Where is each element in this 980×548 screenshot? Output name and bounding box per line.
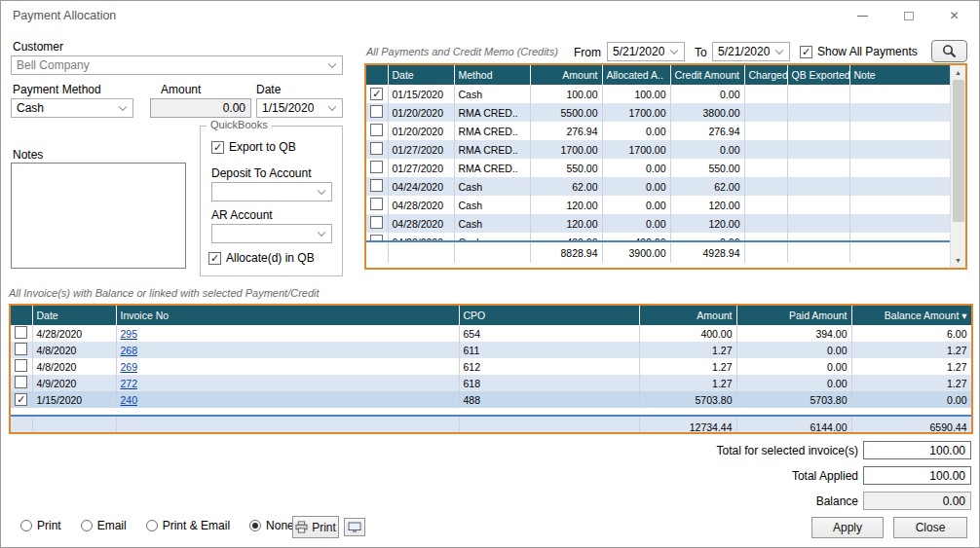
- invoice-row[interactable]: 4/9/2020 272 618 1.27 0.00 1.27: [11, 375, 971, 391]
- invoice-row-checkbox[interactable]: [15, 359, 27, 372]
- close-button[interactable]: ✕: [931, 1, 977, 30]
- invoices-column-header[interactable]: CPO: [459, 306, 639, 325]
- invoice-row[interactable]: 4/28/2020 295 654 400.00 394.00 6.00: [11, 325, 971, 342]
- payments-column-header[interactable]: Method: [454, 65, 530, 85]
- chevron-down-icon: [328, 60, 336, 68]
- ar-account-combo[interactable]: [211, 224, 332, 243]
- invoice-number-link[interactable]: 272: [121, 378, 138, 389]
- amount-field[interactable]: 0.00: [150, 98, 251, 118]
- payment-row-checkbox[interactable]: [370, 235, 383, 240]
- invoices-column-header[interactable]: [11, 306, 32, 325]
- invoice-number-link[interactable]: 240: [121, 394, 138, 406]
- payments-column-header[interactable]: Date: [388, 65, 454, 85]
- payment-row[interactable]: 04/24/2020 Cash 62.00 0.00 62.00: [366, 177, 950, 196]
- payments-header-row: DateMethodAmountAllocated A..Credit Amou…: [366, 65, 950, 85]
- payment-method-combo[interactable]: Cash: [11, 98, 133, 118]
- invoices-column-header[interactable]: Balance Amount ▾: [851, 306, 971, 325]
- payment-amount-cell: 1700.00: [530, 140, 602, 159]
- deposit-to-account-combo[interactable]: [211, 182, 332, 201]
- payments-column-header[interactable]: Note: [849, 65, 950, 85]
- radio-none[interactable]: None: [249, 519, 294, 532]
- customer-combo[interactable]: Bell Company: [11, 55, 343, 75]
- payment-note-cell: [849, 140, 950, 159]
- maximize-icon: [904, 12, 914, 20]
- from-date-combo[interactable]: 5/21/2020: [607, 42, 685, 61]
- invoice-number-link[interactable]: 295: [121, 328, 138, 340]
- minimize-button[interactable]: [840, 1, 886, 30]
- radio-circle-icon: [249, 520, 261, 531]
- payments-total-allocated: 3900.00: [602, 241, 670, 263]
- invoice-balance-cell: 1.27: [851, 358, 971, 375]
- to-label: To: [695, 46, 707, 59]
- invoice-amount-cell: 400.00: [639, 325, 736, 342]
- apply-button[interactable]: Apply: [811, 517, 884, 538]
- balance-field[interactable]: 0.00: [863, 492, 971, 510]
- payment-row-checkbox[interactable]: [370, 198, 383, 210]
- scrollbar-thumb[interactable]: [953, 80, 964, 222]
- checkbox-box: ✓: [211, 141, 224, 154]
- search-button[interactable]: [931, 40, 967, 62]
- print-options-button[interactable]: [344, 518, 365, 536]
- to-date-combo[interactable]: 5/21/2020: [712, 42, 790, 61]
- allocated-in-qb-checkbox[interactable]: ✓ Allocate(d) in QB: [208, 251, 318, 265]
- payment-row-checkbox[interactable]: [370, 142, 383, 155]
- radio-print[interactable]: Print: [20, 519, 61, 532]
- invoices-column-header[interactable]: Paid Amount: [736, 306, 851, 325]
- print-button[interactable]: Print: [292, 516, 339, 538]
- invoices-table: DateInvoice NoCPOAmountPaid AmountBalanc…: [9, 304, 973, 434]
- total-applied-label: Total Applied: [566, 469, 858, 483]
- invoice-row-checkbox[interactable]: [15, 343, 27, 355]
- invoice-number-link[interactable]: 268: [121, 345, 138, 356]
- export-to-qb-checkbox[interactable]: ✓ Export to QB: [211, 140, 296, 154]
- invoice-date-cell: 1/15/2020: [32, 391, 116, 408]
- invoice-row-checkbox[interactable]: [15, 326, 27, 339]
- invoice-number-link[interactable]: 269: [121, 361, 138, 373]
- invoices-column-header[interactable]: Amount: [639, 306, 736, 325]
- payment-row[interactable]: 01/27/2020 RMA CRED.. 1700.00 1700.00 0.…: [366, 140, 950, 159]
- payment-row-checkbox[interactable]: [370, 179, 383, 192]
- payments-column-header[interactable]: Amount: [530, 65, 602, 85]
- balance-value: 0.00: [943, 494, 965, 508]
- total-selected-field[interactable]: 100.00: [863, 441, 971, 459]
- payment-row-checkbox[interactable]: [370, 105, 383, 118]
- payments-column-header[interactable]: Allocated A..: [602, 65, 670, 85]
- invoice-row-checkbox[interactable]: ✓: [15, 393, 27, 406]
- maximize-button[interactable]: [886, 1, 931, 30]
- payment-row-checkbox[interactable]: ✓: [370, 88, 383, 100]
- close-dialog-button[interactable]: Close: [893, 517, 967, 538]
- payment-row[interactable]: 04/28/2020 Cash 120.00 0.00 120.00: [366, 214, 950, 233]
- payment-row[interactable]: 04/28/2020 Cash 400.00 400.00 0.00: [366, 233, 950, 240]
- payment-allocated-cell: 100.00: [602, 85, 670, 103]
- payment-row-checkbox[interactable]: [370, 161, 383, 173]
- payment-row-checkbox[interactable]: [370, 216, 383, 229]
- scroll-up-icon[interactable]: ▲: [951, 65, 965, 80]
- total-applied-field[interactable]: 100.00: [863, 466, 971, 485]
- payments-column-header[interactable]: [366, 65, 388, 85]
- invoice-row-checkbox[interactable]: [15, 376, 27, 388]
- invoices-column-header[interactable]: Invoice No: [116, 306, 459, 325]
- notes-input[interactable]: [11, 163, 186, 269]
- payments-column-header[interactable]: QB Exported: [787, 65, 849, 85]
- payment-row[interactable]: 01/20/2020 RMA CRED.. 276.94 0.00 276.94: [366, 122, 950, 140]
- payments-column-header[interactable]: Credit Amount: [670, 65, 744, 85]
- invoice-row[interactable]: ✓ 1/15/2020 240 488 5703.80 5703.80 0.00: [11, 391, 971, 408]
- scroll-down-icon[interactable]: ▼: [951, 253, 965, 268]
- invoice-row[interactable]: 4/8/2020 268 611 1.27 0.00 1.27: [11, 342, 971, 358]
- payment-row[interactable]: ✓ 01/15/2020 Cash 100.00 100.00 0.00: [366, 85, 950, 103]
- payment-row[interactable]: 01/27/2020 RMA CRED.. 550.00 0.00 550.00: [366, 159, 950, 177]
- invoices-column-header[interactable]: Date: [32, 306, 116, 325]
- payment-row[interactable]: 01/20/2020 RMA CRED.. 5500.00 1700.00 38…: [366, 103, 950, 122]
- radio-email[interactable]: Email: [81, 519, 127, 532]
- payments-column-header[interactable]: Charged: [744, 65, 787, 85]
- payment-row[interactable]: 04/28/2020 Cash 120.00 0.00 120.00: [366, 196, 950, 214]
- radio-print-email[interactable]: Print & Email: [146, 519, 230, 532]
- payments-table: DateMethodAmountAllocated A..Credit Amou…: [364, 63, 967, 270]
- print-button-label: Print: [312, 521, 336, 534]
- payment-row-checkbox[interactable]: [370, 124, 383, 136]
- payment-date-combo[interactable]: 1/15/2020: [256, 98, 343, 118]
- payments-scrollbar[interactable]: ▲ ▼: [950, 65, 965, 268]
- printer-icon: [295, 521, 308, 533]
- payment-date-cell: 04/24/2020: [388, 177, 454, 196]
- show-all-payments-checkbox[interactable]: ✓ Show All Payments: [800, 45, 918, 58]
- invoice-row[interactable]: 4/8/2020 269 612 1.27 0.00 1.27: [11, 358, 971, 375]
